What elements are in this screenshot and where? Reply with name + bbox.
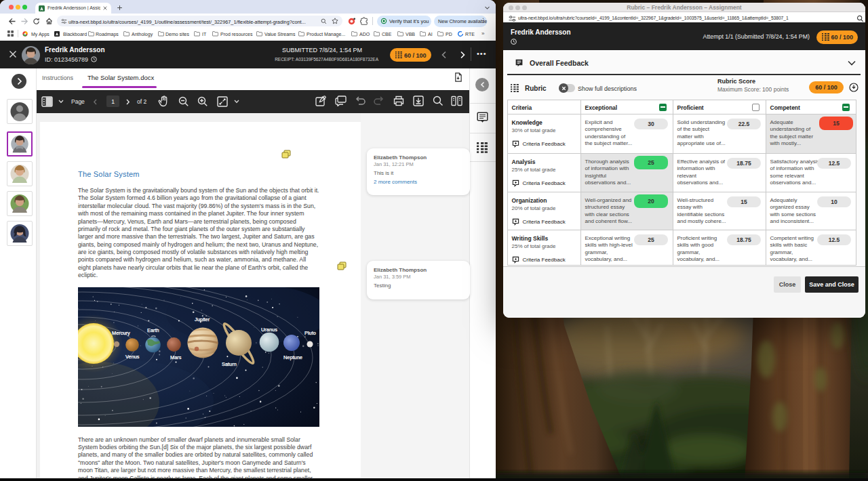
svg-text:Saturn: Saturn [222, 361, 237, 367]
svg-text:Jupiter: Jupiter [195, 316, 210, 322]
svg-text:Neptune: Neptune [283, 354, 302, 360]
svg-text:Pluto: Pluto [304, 330, 316, 336]
svg-text:Mars: Mars [170, 354, 182, 360]
svg-text:Earth: Earth [147, 327, 159, 333]
svg-text:Venus: Venus [125, 354, 140, 360]
svg-text:Uranus: Uranus [261, 327, 277, 333]
svg-text:Mercury: Mercury [112, 330, 130, 336]
